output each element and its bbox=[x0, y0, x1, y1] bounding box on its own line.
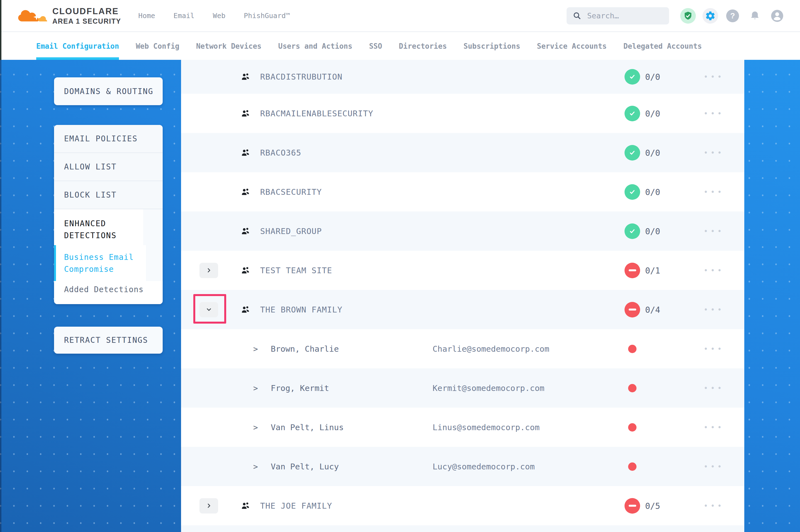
tab-service-accounts[interactable]: Service Accounts bbox=[537, 33, 607, 60]
member-count: 0/4 bbox=[645, 305, 660, 315]
nav-home[interactable]: Home bbox=[139, 12, 155, 20]
group-row[interactable]: RBACDISTRUBUTION 0/0 ••• bbox=[181, 60, 744, 94]
sidebar-item-retract-settings[interactable]: RETRACT SETTINGS bbox=[54, 327, 163, 354]
member-chevron-icon: > bbox=[253, 344, 258, 354]
tab-email-configuration[interactable]: Email Configuration bbox=[36, 33, 119, 60]
user-avatar-icon bbox=[770, 8, 784, 23]
row-menu-button[interactable]: ••• bbox=[704, 423, 724, 432]
status-alert-dot bbox=[628, 462, 636, 471]
notifications-button[interactable] bbox=[747, 8, 763, 24]
directory-groups-table: RBACDISTRUBUTION 0/0 ••• RBACMAILENABLES… bbox=[181, 60, 744, 532]
primary-nav: Home Email Web PhishGuard™ bbox=[139, 12, 290, 20]
member-email: Lucy@somedemocorp.com bbox=[433, 462, 535, 471]
row-menu-button[interactable]: ••• bbox=[704, 73, 724, 81]
group-name: SHARED_GROUP bbox=[260, 227, 322, 236]
sidebar-item-added-detections[interactable]: Added Detections bbox=[54, 281, 163, 304]
brand-logo[interactable]: CLOUDFLARE AREA 1 SECURITY bbox=[16, 5, 121, 26]
header-icon-cluster: ? bbox=[680, 8, 785, 24]
group-people-icon bbox=[240, 187, 251, 197]
tab-delegated-accounts[interactable]: Delegated Accounts bbox=[623, 33, 702, 60]
member-email: Linus@somedemocorp.com bbox=[433, 423, 540, 432]
nav-phishguard[interactable]: PhishGuard™ bbox=[244, 12, 290, 20]
sidebar-item-enhanced-detections[interactable]: ENHANCED DETECTIONS bbox=[54, 209, 143, 245]
group-row[interactable]: THE BROWN FAMILY 0/4 ••• bbox=[181, 290, 744, 329]
member-email: Kermit@somedemocorp.com bbox=[433, 383, 545, 393]
settings-gear-icon bbox=[705, 11, 715, 21]
sidebar-item-email-policies[interactable]: EMAIL POLICIES bbox=[54, 125, 163, 153]
row-menu-button[interactable]: ••• bbox=[704, 462, 724, 471]
row-menu-button[interactable]: ••• bbox=[704, 149, 724, 157]
minus-icon bbox=[629, 308, 636, 310]
minus-icon bbox=[629, 269, 636, 271]
group-people-icon bbox=[240, 265, 251, 276]
group-row[interactable]: SHARED_GROUP 0/0 ••• bbox=[181, 211, 744, 251]
row-menu-button[interactable]: ••• bbox=[704, 109, 724, 118]
row-menu-button[interactable]: ••• bbox=[704, 384, 724, 392]
member-row[interactable]: > Van Pelt, Lucy Lucy@somedemocorp.com •… bbox=[181, 447, 744, 486]
check-icon bbox=[628, 188, 636, 196]
group-name: RBACMAILENABLESECURITY bbox=[260, 109, 373, 118]
member-count: 0/0 bbox=[645, 72, 660, 82]
member-count: 0/0 bbox=[645, 148, 660, 157]
member-email: Charlie@somedemocorp.com bbox=[433, 344, 549, 354]
chevron-right-icon bbox=[205, 267, 213, 274]
chevron-right-icon bbox=[205, 502, 213, 510]
account-button[interactable] bbox=[769, 8, 785, 24]
row-menu-button[interactable]: ••• bbox=[704, 266, 724, 274]
search-box[interactable] bbox=[567, 7, 669, 24]
row-menu-button[interactable]: ••• bbox=[704, 188, 724, 196]
tab-directories[interactable]: Directories bbox=[399, 33, 447, 60]
search-input[interactable] bbox=[587, 12, 660, 20]
member-name: Van Pelt, Linus bbox=[271, 423, 344, 432]
tab-users-and-actions[interactable]: Users and Actions bbox=[278, 33, 352, 60]
group-row[interactable]: RBACMAILENABLESECURITY 0/0 ••• bbox=[181, 94, 744, 133]
nav-web[interactable]: Web bbox=[213, 12, 225, 20]
sidebar-item-domains-routing[interactable]: DOMAINS & ROUTING bbox=[54, 77, 163, 105]
security-status-button[interactable] bbox=[680, 8, 696, 24]
collapse-group-button[interactable] bbox=[199, 302, 218, 317]
group-row[interactable]: TEST TEAM SITE 0/1 ••• bbox=[181, 251, 744, 290]
status-alert-dot bbox=[628, 345, 636, 353]
member-row[interactable]: > Frog, Kermit Kermit@somedemocorp.com •… bbox=[181, 368, 744, 407]
status-fail-badge bbox=[624, 498, 640, 514]
row-menu-button[interactable]: ••• bbox=[704, 305, 724, 314]
member-count: 0/5 bbox=[645, 501, 660, 511]
group-row[interactable]: RBACO365 0/0 ••• bbox=[181, 133, 744, 172]
member-count: 0/1 bbox=[645, 265, 660, 275]
page: CLOUDFLARE AREA 1 SECURITY Home Email We… bbox=[0, 0, 800, 532]
row-menu-button[interactable]: ••• bbox=[704, 502, 724, 510]
bell-icon bbox=[749, 10, 761, 22]
expand-group-button[interactable] bbox=[199, 498, 218, 513]
group-row[interactable]: RBACSECURITY 0/0 ••• bbox=[181, 172, 744, 211]
status-fail-badge bbox=[624, 302, 640, 318]
member-row[interactable]: > Brown, Charlie Charlie@somedemocorp.co… bbox=[181, 329, 744, 368]
status-pass-badge bbox=[624, 224, 640, 239]
group-name: THE JOE FAMILY bbox=[260, 501, 332, 511]
sidebar-item-business-email-compromise[interactable]: Business Email Compromise bbox=[54, 245, 146, 281]
member-row[interactable]: > Van Pelt, Linus Linus@somedemocorp.com… bbox=[181, 407, 744, 447]
expand-group-button[interactable] bbox=[199, 263, 218, 278]
check-icon bbox=[628, 109, 636, 118]
tab-web-config[interactable]: Web Config bbox=[136, 33, 179, 60]
tab-sso[interactable]: SSO bbox=[369, 33, 382, 60]
row-menu-button[interactable]: ••• bbox=[704, 345, 724, 353]
help-button[interactable]: ? bbox=[725, 8, 740, 24]
row-menu-button[interactable]: ••• bbox=[704, 227, 724, 235]
status-pass-badge bbox=[624, 184, 640, 200]
group-people-icon bbox=[240, 226, 251, 236]
sidebar-item-allow-list[interactable]: ALLOW LIST bbox=[54, 153, 163, 181]
group-people-icon bbox=[240, 148, 251, 158]
check-icon bbox=[628, 149, 636, 157]
partial-row bbox=[181, 525, 744, 532]
group-row[interactable]: THE JOE FAMILY 0/5 ••• bbox=[181, 486, 744, 525]
minus-icon bbox=[629, 505, 636, 507]
settings-button[interactable] bbox=[703, 8, 718, 24]
group-name: RBACO365 bbox=[260, 148, 302, 157]
sidebar-item-block-list[interactable]: BLOCK LIST bbox=[54, 181, 163, 209]
tab-network-devices[interactable]: Network Devices bbox=[196, 33, 261, 60]
group-people-icon bbox=[240, 72, 251, 82]
group-people-icon bbox=[240, 501, 251, 511]
nav-email[interactable]: Email bbox=[174, 12, 195, 20]
brand-name: CLOUDFLARE bbox=[52, 6, 121, 16]
tab-subscriptions[interactable]: Subscriptions bbox=[463, 33, 520, 60]
